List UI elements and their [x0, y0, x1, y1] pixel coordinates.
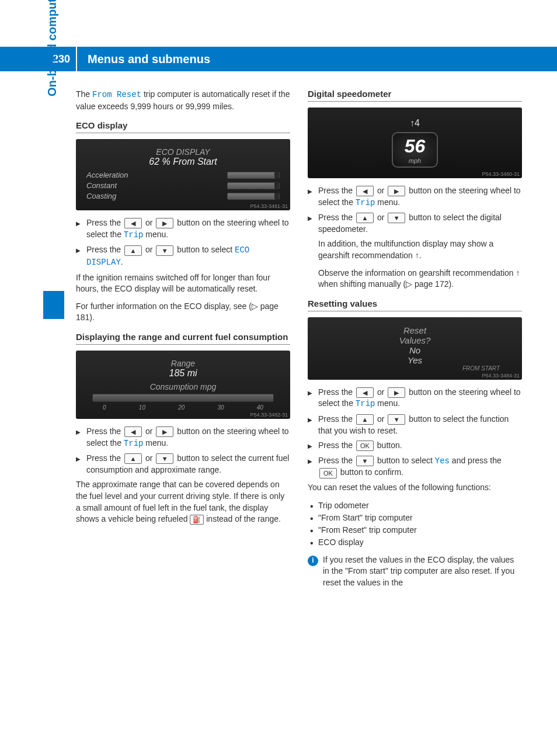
right-column: Digital speedometer ↑4 56 mph P54.33-348… — [308, 89, 522, 588]
image-code: P54.33-3484-31 — [482, 373, 520, 379]
right-key-icon: ▶ — [388, 387, 405, 398]
page-number: 230 — [0, 47, 76, 71]
step-speedo-1: Press the ◀ or ▶ button on the steering … — [308, 185, 522, 209]
gear-indicator: ↑4 — [410, 118, 420, 129]
speed-value: 56 — [405, 136, 426, 157]
eco-display-graphic: ECO DISPLAY 62 % From Start Acceleration… — [76, 139, 290, 210]
info-icon: i — [308, 556, 318, 566]
bar-icon — [227, 172, 280, 179]
triangle-icon — [76, 453, 86, 476]
triangle-icon — [308, 185, 318, 209]
reset-display-graphic: Reset Values? No Yes FROM START P54.33-3… — [308, 317, 522, 380]
right-key-icon: ▶ — [156, 218, 173, 228]
down-key-icon: ▼ — [156, 453, 173, 464]
step-reset-1: Press the ◀ or ▶ button on the steering … — [308, 387, 522, 410]
range-para: The approximate range that can be covere… — [76, 479, 290, 525]
down-key-icon: ▼ — [356, 456, 374, 466]
triangle-icon — [308, 212, 318, 235]
triangle-icon — [308, 455, 318, 478]
page-title: Menus and submenus — [77, 47, 557, 71]
triangle-icon — [76, 217, 86, 241]
reset-list: Trip odometer "From Start" trip computer… — [308, 500, 522, 549]
up-key-icon: ▲ — [124, 245, 142, 256]
up-key-icon: ▲ — [124, 453, 142, 464]
step-reset-4: Press the ▼ button to select Yes and pre… — [308, 455, 522, 478]
list-item: "From Start" trip computer — [308, 512, 522, 524]
left-key-icon: ◀ — [356, 186, 374, 196]
left-key-icon: ◀ — [356, 387, 374, 398]
down-key-icon: ▼ — [388, 414, 405, 425]
image-code: P54.33-3481-31 — [250, 203, 288, 209]
step-reset-2: Press the ▲ or ▼ button to select the fu… — [308, 414, 522, 436]
heading-range: Displaying the range and current fuel co… — [76, 332, 290, 345]
refuel-icon: ⛽ — [190, 515, 204, 525]
speedo-para-2: Observe the information on gearshift rec… — [318, 268, 522, 290]
header-band: 230 Menus and submenus — [0, 47, 557, 71]
heading-resetting: Resetting values — [308, 299, 522, 311]
intro-text: The From Reset trip computer is automati… — [76, 89, 290, 112]
right-key-icon: ▶ — [388, 186, 405, 196]
left-key-icon: ◀ — [124, 218, 142, 228]
left-key-icon: ◀ — [124, 426, 142, 437]
step-range-2: Press the ▲ or ▼ button to select the cu… — [76, 453, 290, 476]
bar-icon — [227, 193, 280, 200]
image-code: P54.33-3482-31 — [250, 412, 288, 418]
list-item: ECO display — [308, 536, 522, 549]
scale-bar-icon — [92, 394, 274, 402]
step-eco-1: Press the ◀ or ▶ button on the steering … — [76, 217, 290, 241]
eco-para-2: For further information on the ECO displ… — [76, 301, 290, 324]
right-key-icon: ▶ — [156, 426, 173, 437]
step-eco-2: Press the ▲ or ▼ button to select ECO DI… — [76, 244, 290, 268]
triangle-icon — [76, 244, 86, 268]
speedometer-graphic: ↑4 56 mph P54.33-3480-31 — [308, 107, 522, 178]
heading-eco-display: ECO display — [76, 120, 290, 133]
bar-icon — [227, 182, 280, 189]
eco-para-1: If the ignition remains switched off for… — [76, 272, 290, 295]
step-range-1: Press the ◀ or ▶ button on the steering … — [76, 426, 290, 449]
heading-speedometer: Digital speedometer — [308, 89, 522, 102]
range-display-graphic: Range 185 mi Consumption mpg 0 10 20 30 … — [76, 351, 290, 419]
info-text: If you reset the values in the ECO displ… — [323, 554, 522, 589]
image-code: P54.33-3480-31 — [482, 171, 520, 177]
speed-unit: mph — [405, 157, 426, 164]
triangle-icon — [308, 414, 318, 436]
side-tab: On-board computer and displays — [46, 0, 59, 96]
triangle-icon — [308, 387, 318, 410]
ok-key-icon: OK — [319, 468, 337, 478]
step-reset-3: Press the OK button. — [308, 440, 522, 452]
reset-intro-para: You can reset the values of the followin… — [308, 482, 522, 494]
ok-key-icon: OK — [356, 441, 374, 451]
list-item: "From Reset" trip computer — [308, 524, 522, 536]
info-note: i If you reset the values in the ECO dis… — [308, 554, 522, 589]
triangle-icon — [76, 426, 86, 449]
side-tab-block — [43, 291, 64, 319]
triangle-icon — [308, 440, 318, 452]
list-item: Trip odometer — [308, 500, 522, 512]
up-key-icon: ▲ — [356, 414, 374, 425]
from-reset-term: From Reset — [92, 90, 141, 99]
down-key-icon: ▼ — [156, 245, 173, 256]
down-key-icon: ▼ — [388, 213, 405, 223]
step-speedo-2: Press the ▲ or ▼ button to select the di… — [308, 212, 522, 235]
speedo-para-1: In addition, the multifunction display m… — [318, 238, 522, 261]
left-column: The From Reset trip computer is automati… — [76, 89, 290, 588]
up-key-icon: ▲ — [356, 213, 374, 223]
